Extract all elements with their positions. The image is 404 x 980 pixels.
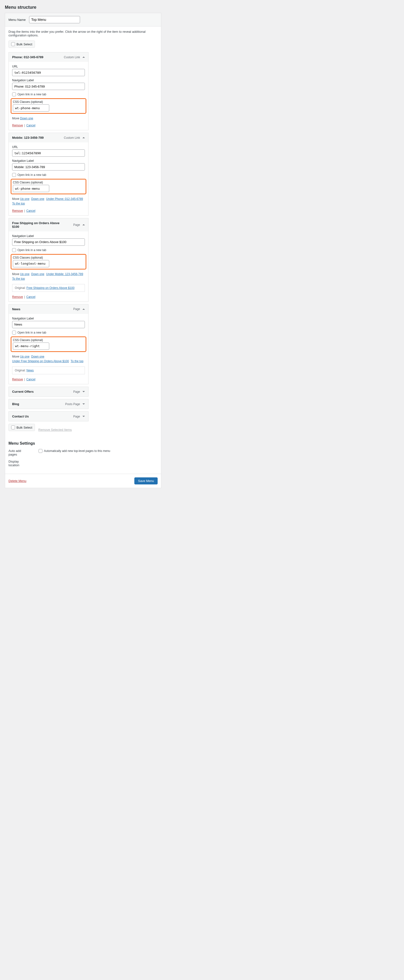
menu-name-input[interactable] — [29, 16, 80, 23]
menu-item-handle[interactable]: Phone: 012-345-6789 Custom Link — [9, 52, 88, 62]
url-input[interactable] — [12, 150, 85, 157]
move-up-one-link[interactable]: Up one — [20, 197, 30, 200]
original-link[interactable]: News — [26, 369, 34, 372]
bulk-select-top[interactable]: Bulk Select — [8, 40, 35, 48]
nav-label-input[interactable] — [12, 163, 85, 170]
css-classes-highlight: CSS Classes (optional) — [11, 254, 86, 269]
cancel-link[interactable]: Cancel — [26, 378, 35, 381]
menu-item-current-offers[interactable]: Current Offers Page — [8, 387, 89, 397]
bulk-select-bottom[interactable]: Bulk Select — [8, 424, 35, 431]
chevron-down-icon[interactable] — [83, 403, 85, 405]
move-to-top-link[interactable]: To the top — [70, 360, 83, 363]
open-new-tab-checkbox[interactable] — [12, 248, 16, 252]
original-link[interactable]: Free Shipping on Orders Above $100 — [26, 286, 75, 290]
css-classes-label: CSS Classes (optional) — [13, 100, 84, 103]
move-down-one-link[interactable]: Down one — [20, 117, 33, 120]
menu-item-handle[interactable]: Mobile: 123-3456-789 Custom Link — [9, 133, 88, 142]
chevron-up-icon[interactable] — [83, 57, 85, 58]
css-classes-highlight: CSS Classes (optional) — [11, 98, 86, 114]
nav-label-input[interactable] — [12, 321, 85, 328]
menu-name-label: Menu Name — [8, 18, 26, 22]
move-up-one-link[interactable]: Up one — [20, 272, 30, 276]
move-down-one-link[interactable]: Down one — [31, 272, 45, 276]
css-classes-input[interactable] — [13, 260, 49, 267]
menu-item-handle[interactable]: News Page — [9, 304, 88, 314]
cancel-link[interactable]: Cancel — [26, 209, 35, 213]
move-down-one-link[interactable]: Down one — [31, 197, 45, 200]
menu-item-handle[interactable]: Contact Us Page — [9, 412, 88, 421]
nav-label-input[interactable] — [12, 83, 85, 90]
delete-menu-link[interactable]: Delete Menu — [8, 479, 26, 483]
bulk-select-checkbox[interactable] — [11, 425, 15, 430]
menu-structure-heading: Menu structure — [5, 5, 161, 10]
url-input[interactable] — [12, 69, 85, 76]
remove-link[interactable]: Remove — [12, 295, 23, 299]
menu-item-phone[interactable]: Phone: 012-345-6789 Custom Link URL Navi… — [8, 52, 89, 130]
move-to-top-link[interactable]: To the top — [12, 277, 25, 280]
chevron-up-icon[interactable] — [83, 224, 85, 225]
chevron-down-icon[interactable] — [83, 416, 85, 417]
menu-settings-heading: Menu Settings — [8, 441, 157, 445]
cancel-link[interactable]: Cancel — [26, 295, 35, 299]
menu-edit-panel: Menu Name Drag the items into the order … — [5, 13, 161, 488]
display-location-label: Display location — [8, 460, 28, 467]
css-classes-input[interactable] — [13, 104, 49, 111]
open-new-tab-checkbox[interactable] — [12, 173, 16, 177]
auto-add-pages-checkbox[interactable] — [38, 449, 43, 453]
css-classes-input[interactable] — [13, 185, 49, 192]
bulk-select-checkbox[interactable] — [11, 42, 15, 46]
move-under-link[interactable]: Under Phone: 012-345-6789 — [46, 197, 83, 200]
remove-link[interactable]: Remove — [12, 124, 23, 127]
menu-item-handle[interactable]: Current Offers Page — [9, 387, 88, 396]
move-down-one-link[interactable]: Down one — [31, 355, 45, 358]
chevron-up-icon[interactable] — [83, 137, 85, 138]
move-under-link[interactable]: Under Free Shipping on Orders Above $100 — [12, 360, 69, 363]
css-classes-input[interactable] — [13, 342, 49, 350]
auto-add-pages-label: Auto add pages — [8, 449, 28, 456]
url-label: URL — [12, 65, 85, 68]
cancel-link[interactable]: Cancel — [26, 124, 35, 127]
move-under-link[interactable]: Under Mobile: 123-3456-789 — [46, 272, 83, 276]
remove-link[interactable]: Remove — [12, 209, 23, 213]
remove-selected-link: Remove Selected Items — [38, 428, 72, 431]
chevron-down-icon[interactable] — [83, 391, 85, 392]
open-new-tab-checkbox[interactable] — [12, 92, 16, 96]
nav-label-label: Navigation Label — [12, 79, 85, 82]
open-new-tab-checkbox[interactable] — [12, 331, 16, 334]
save-menu-button[interactable]: Save Menu — [134, 477, 157, 484]
menu-item-news[interactable]: News Page Navigation Label — [8, 304, 89, 384]
css-classes-highlight: CSS Classes (optional) — [11, 179, 86, 194]
css-classes-highlight: CSS Classes (optional) — [11, 336, 86, 352]
move-up-one-link[interactable]: Up one — [20, 355, 30, 358]
menu-item-free-shipping[interactable]: Free Shipping on Orders Above $100 Page … — [8, 218, 89, 302]
menu-item-handle[interactable]: Free Shipping on Orders Above $100 Page — [9, 218, 88, 231]
menu-item-handle[interactable]: Blog Posts Page — [9, 399, 88, 409]
instructions-text: Drag the items into the order you prefer… — [8, 30, 157, 37]
nav-label-input[interactable] — [12, 239, 85, 246]
menu-item-blog[interactable]: Blog Posts Page — [8, 399, 89, 409]
menu-item-mobile[interactable]: Mobile: 123-3456-789 Custom Link URL Nav… — [8, 133, 89, 215]
remove-link[interactable]: Remove — [12, 378, 23, 381]
menu-header: Menu Name — [5, 13, 161, 27]
move-to-top-link[interactable]: To the top — [12, 202, 25, 205]
chevron-up-icon[interactable] — [83, 309, 85, 310]
menu-item-contact-us[interactable]: Contact Us Page — [8, 411, 89, 422]
